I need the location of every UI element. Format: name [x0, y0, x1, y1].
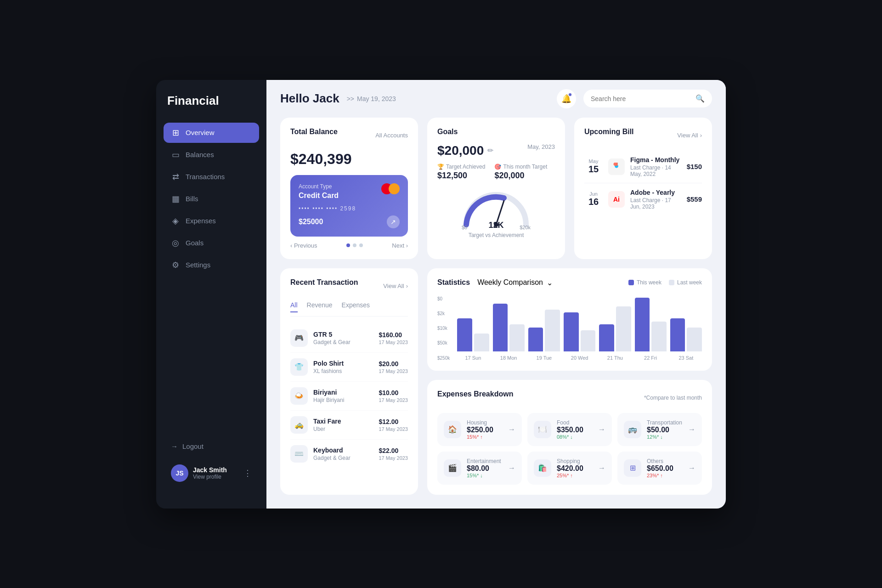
expense-category: Entertainment [467, 458, 503, 464]
expense-item: 🍽️ Food $350.00 08%* ↓ → [527, 413, 612, 446]
view-all-transactions-button[interactable]: View All › [383, 283, 408, 289]
transaction-info: Polo Shirt XL fashions [313, 360, 373, 374]
expense-detail-button[interactable]: → [508, 425, 515, 434]
target-achieved-value: $12,500 [437, 171, 485, 181]
sidebar-item-transactions[interactable]: ⇄ Transactions [164, 167, 259, 187]
user-name: Jack Smith [193, 466, 239, 474]
chart-legend: This week Last week [628, 279, 702, 286]
transaction-item: 🚕 Taxi Fare Uber $12.00 17 May 2023 [290, 411, 408, 440]
total-balance-card: Total Balance All Accounts $240,399 Acco… [280, 118, 418, 259]
prev-card-button[interactable]: ‹ Previous [290, 242, 317, 249]
tab-expenses[interactable]: Expenses [342, 301, 370, 312]
mastercard-icon [381, 183, 400, 194]
notification-bell[interactable]: 🔔 [557, 89, 576, 108]
sidebar-item-bills[interactable]: ▦ Bills [164, 189, 259, 209]
expense-detail-button[interactable]: → [598, 425, 605, 434]
transaction-item: 👕 Polo Shirt XL fashions $20.00 17 May 2… [290, 353, 408, 382]
expense-item: 🎬 Entertainment $80.00 15%* ↓ → [437, 452, 522, 485]
breadcrumb-icon: >> [347, 95, 354, 102]
x-axis-label: 20 Wed [564, 355, 595, 361]
expense-icon: 🚌 [624, 421, 641, 438]
logout-icon: → [171, 442, 178, 450]
transactions-title: Recent Transaction [290, 278, 358, 287]
chart-bars [457, 298, 702, 351]
transaction-tabs: All Revenue Expenses [290, 301, 408, 317]
chart-bars-wrapper: 17 Sun18 Mon19 Tue20 Wed21 Thu22 Fri23 S… [457, 298, 702, 361]
chart-y-axis: $250k $50k $10k $2k $0 [437, 296, 450, 361]
sidebar-item-settings[interactable]: ⚙ Settings [164, 255, 259, 275]
expense-info: Transportation $50.00 12%* ↓ [647, 419, 683, 440]
expenses-breakdown-card: Expenses Breakdown *Compare to last mont… [427, 380, 712, 495]
credit-card-widget: Account Type Credit Card •••• •••• •••• … [290, 175, 408, 237]
bar-last-week [616, 306, 631, 351]
search-bar: 🔍 [583, 90, 712, 107]
x-axis-label: 18 Mon [493, 355, 525, 361]
month-target-label: 🎯 This month Target [494, 164, 547, 170]
logout-button[interactable]: → Logout [164, 437, 259, 455]
sidebar-item-balances[interactable]: ▭ Balances [164, 145, 259, 165]
expense-detail-button[interactable]: → [598, 464, 605, 472]
goal-edit-button[interactable]: ✏ [487, 146, 493, 155]
transaction-item: ⌨️ Keyboard Gadget & Gear $22.00 17 May … [290, 440, 408, 468]
chart-day-group [493, 304, 525, 351]
expenses-grid: 🏠 Housing $250.00 15%* ↑ → 🍽️ Food $350.… [437, 413, 702, 485]
view-all-bills-button[interactable]: View All › [677, 132, 702, 139]
transactions-header: Recent Transaction View All › [290, 278, 408, 294]
expense-amount: $250.00 [467, 426, 503, 434]
expense-category: Food [557, 419, 593, 426]
chart-day-group [599, 306, 631, 351]
breadcrumb-date: May 19, 2023 [357, 95, 396, 102]
bar-this-week [599, 324, 614, 351]
card-balance: $25000 [299, 218, 323, 226]
expense-category: Transportation [647, 419, 683, 426]
transactions-list: 🎮 GTR 5 Gadget & Gear $160.00 17 May 202… [290, 324, 408, 468]
adobe-icon: Ai [608, 191, 625, 208]
target-achieved-label: 🏆 Target Achieved [437, 164, 485, 170]
sidebar-item-overview[interactable]: ⊞ Overview [164, 123, 259, 143]
balance-header: Total Balance All Accounts [290, 128, 408, 143]
expense-amount: $80.00 [467, 464, 503, 473]
expense-detail-button[interactable]: → [508, 464, 515, 472]
expense-category: Housing [467, 419, 503, 426]
card-link-arrow[interactable]: ↗ [387, 215, 400, 228]
search-input[interactable] [591, 95, 692, 102]
expense-detail-button[interactable]: → [688, 425, 695, 434]
sidebar-item-label: Goals [186, 239, 204, 247]
gauge-value: 12K [488, 220, 503, 230]
user-menu-button[interactable]: ⋮ [243, 468, 252, 478]
sidebar-item-expenses[interactable]: ◈ Expenses [164, 211, 259, 231]
user-profile[interactable]: JS Jack Smith View profile ⋮ [164, 459, 259, 487]
bill-header: Upcoming Bill View All › [584, 128, 702, 143]
bill-info-figma: Figma - Monthly Last Charge · 14 May, 20… [630, 156, 681, 177]
goals-header: $20,000 ✏ May, 2023 [437, 143, 555, 158]
sidebar-item-goals[interactable]: ◎ Goals [164, 233, 259, 253]
goal-amount: $20,000 [437, 143, 484, 158]
chart-day-group [457, 318, 489, 351]
tab-revenue[interactable]: Revenue [307, 301, 333, 312]
transaction-icon: 🚕 [290, 416, 308, 434]
legend-dot-this-week [628, 280, 634, 285]
goal-period: May, 2023 [527, 143, 555, 150]
expense-info: Housing $250.00 15%* ↑ [467, 419, 503, 440]
transaction-info: Keyboard Gadget & Gear [313, 447, 373, 461]
gauge-subtitle: Target vs Achievement [469, 232, 524, 238]
bar-this-week [528, 328, 543, 351]
card-bottom: $25000 ↗ [299, 215, 400, 228]
transaction-info: Taxi Fare Uber [313, 418, 373, 432]
goals-card: Goals $20,000 ✏ May, 2023 🏆 Target Achie… [427, 118, 565, 259]
tab-all[interactable]: All [290, 301, 298, 312]
expense-icon: 🎬 [444, 459, 461, 477]
balances-icon: ▭ [171, 150, 180, 160]
bar-last-week [509, 324, 525, 351]
dot-1 [346, 243, 350, 247]
legend-last-week: Last week [669, 279, 702, 286]
expense-amount: $420.00 [557, 464, 593, 473]
bar-this-week [564, 312, 579, 351]
expense-detail-button[interactable]: → [688, 464, 695, 472]
x-axis-label: 22 Fri [635, 355, 667, 361]
next-card-button[interactable]: Next › [392, 242, 408, 249]
bar-last-week [474, 334, 489, 351]
chart-filter-button[interactable]: Weekly Comparison ⌄ [477, 278, 553, 287]
bar-last-week [687, 328, 702, 351]
dot-2 [353, 243, 356, 247]
